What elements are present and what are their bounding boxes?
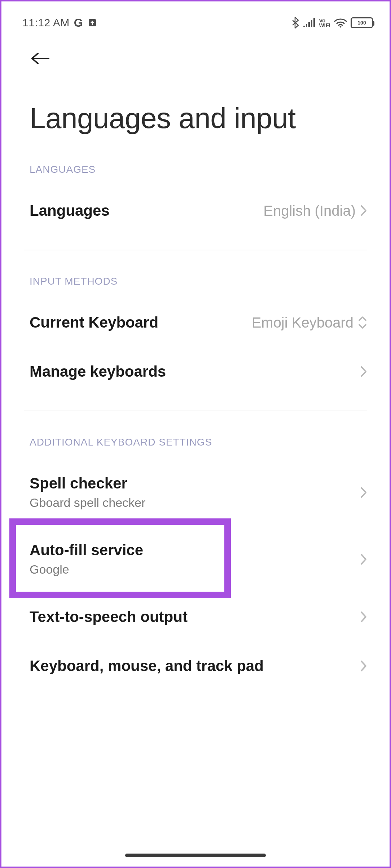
section-header-input-methods: INPUT METHODS xyxy=(1,265,390,298)
chevron-right-icon xyxy=(360,205,367,217)
row-label: Keyboard, mouse, and track pad xyxy=(30,657,264,675)
row-auto-fill-service[interactable]: Auto-fill service Google xyxy=(1,526,390,592)
row-keyboard-mouse-trackpad[interactable]: Keyboard, mouse, and track pad xyxy=(1,641,390,691)
svg-rect-4 xyxy=(311,20,312,27)
vowifi-icon: Vo WiFi xyxy=(319,18,330,28)
row-label: Manage keyboards xyxy=(30,363,166,380)
row-value: Emoji Keyboard xyxy=(252,315,353,331)
signal-icon xyxy=(303,18,315,28)
chevron-right-icon xyxy=(360,660,367,672)
arrow-left-icon xyxy=(31,51,50,66)
upload-icon xyxy=(88,18,97,27)
status-time: 11:12 AM xyxy=(22,17,70,29)
status-bar: 11:12 AM G Vo WiFi xyxy=(1,1,390,37)
row-languages[interactable]: Languages English (India) xyxy=(1,186,390,235)
battery-icon: 100 xyxy=(351,17,373,28)
divider xyxy=(24,250,367,250)
chevron-right-icon xyxy=(360,553,367,565)
row-sub: Gboard spell checker xyxy=(30,496,145,510)
svg-point-6 xyxy=(340,26,342,28)
chevron-right-icon xyxy=(360,611,367,623)
row-label: Auto-fill service xyxy=(30,542,143,559)
row-label: Text-to-speech output xyxy=(30,608,188,626)
row-text-to-speech[interactable]: Text-to-speech output xyxy=(1,592,390,641)
divider xyxy=(24,411,367,411)
row-current-keyboard[interactable]: Current Keyboard Emoji Keyboard xyxy=(1,298,390,347)
row-manage-keyboards[interactable]: Manage keyboards xyxy=(1,347,390,396)
section-header-additional: ADDITIONAL KEYBOARD SETTINGS xyxy=(1,426,390,459)
wifi-icon xyxy=(334,18,347,28)
bluetooth-icon xyxy=(291,17,299,29)
svg-point-1 xyxy=(303,26,305,27)
row-label: Current Keyboard xyxy=(30,314,158,331)
svg-rect-2 xyxy=(306,24,307,27)
page-title: Languages and input xyxy=(1,80,390,164)
svg-rect-5 xyxy=(313,18,315,27)
google-g-icon: G xyxy=(74,16,83,30)
row-label: Spell checker xyxy=(30,475,145,492)
chevron-right-icon xyxy=(360,486,367,499)
svg-rect-3 xyxy=(308,22,310,27)
chevron-right-icon xyxy=(360,365,367,378)
row-value: English (India) xyxy=(263,203,356,219)
home-indicator[interactable] xyxy=(125,854,266,857)
back-button[interactable] xyxy=(30,48,51,69)
row-sub: Google xyxy=(30,562,143,577)
up-down-icon xyxy=(358,315,367,330)
row-spell-checker[interactable]: Spell checker Gboard spell checker xyxy=(1,459,390,526)
row-label: Languages xyxy=(30,202,110,219)
section-header-languages: LANGUAGES xyxy=(1,164,390,186)
